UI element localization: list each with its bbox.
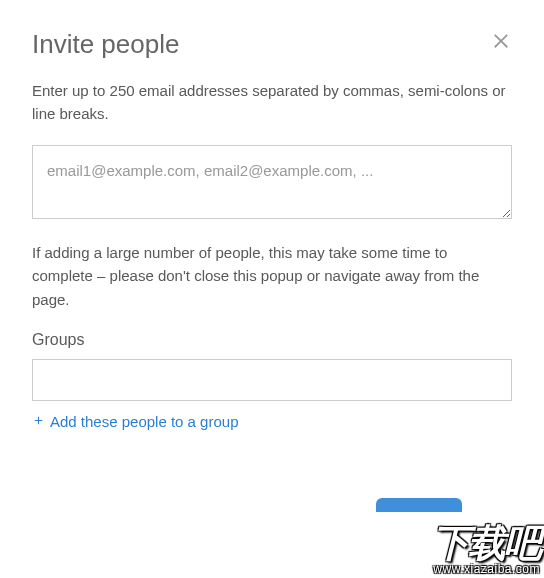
invite-people-dialog: Invite people Enter up to 250 email addr… [0,0,544,462]
instruction-text: Enter up to 250 email addresses separate… [32,79,512,126]
warning-text: If adding a large number of people, this… [32,241,512,311]
submit-button-partial[interactable] [376,498,462,512]
dialog-title: Invite people [32,30,179,59]
watermark: 下载吧 www.xiazaiba.com [432,524,540,576]
email-addresses-input[interactable] [32,145,512,219]
watermark-brand: 下载吧 [432,524,540,564]
close-button[interactable] [490,30,512,52]
add-to-group-label: Add these people to a group [50,413,238,430]
dialog-header: Invite people [32,30,512,59]
plus-icon [32,413,50,430]
groups-input[interactable] [32,359,512,401]
close-icon [490,30,512,52]
watermark-url: www.xiazaiba.com [432,563,540,576]
groups-label: Groups [32,331,512,349]
add-to-group-link[interactable]: Add these people to a group [32,411,238,432]
